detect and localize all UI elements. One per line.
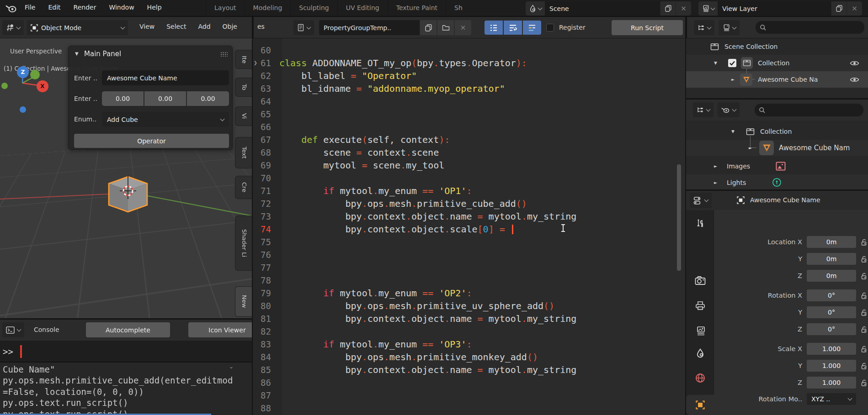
code-line-60[interactable]: 60 xyxy=(253,44,686,57)
code-line-74[interactable]: 74 bpy.context.object.scale[0] = xyxy=(253,223,686,236)
outliner-search-input[interactable] xyxy=(756,21,864,34)
3d-viewport[interactable]: User Perspective (1) Collection | Awesom… xyxy=(0,38,253,318)
view-layer-copy-button[interactable] xyxy=(831,1,847,16)
object-label[interactable]: Awesome Cube Nam xyxy=(779,144,850,152)
sidebar-tab-shader-li[interactable]: Shader Li xyxy=(235,215,253,271)
transform-value-field[interactable]: 1.000 xyxy=(807,360,856,372)
code-line-69[interactable]: 69 mytool = scene.my_tool xyxy=(253,159,686,172)
text-editor-type-button[interactable] xyxy=(293,20,314,35)
menu-window[interactable]: Window xyxy=(102,0,140,15)
lights-label[interactable]: Lights xyxy=(727,179,746,186)
outliner2-search-input[interactable] xyxy=(755,104,863,116)
lock-open-icon[interactable] xyxy=(860,292,868,299)
panel-drag-grip[interactable] xyxy=(220,52,228,57)
outliner2-display-mode-button[interactable] xyxy=(693,102,714,117)
row-scene-collection[interactable]: Scene Collection xyxy=(686,38,868,55)
code-line-84[interactable]: 84 bpy.ops.mesh.primitive_monkey_add() xyxy=(253,351,686,363)
mode-selector[interactable]: Object Mode xyxy=(27,20,128,35)
operator-button[interactable]: Operator xyxy=(74,134,229,148)
outliner-display-mode-button[interactable] xyxy=(694,20,714,35)
tab-world[interactable] xyxy=(686,368,714,388)
toggle-syntax-highlight-button[interactable] xyxy=(523,21,541,35)
lock-open-icon[interactable] xyxy=(860,309,868,316)
code-line-82[interactable]: 82 xyxy=(253,325,686,338)
sidebar-tab-text[interactable]: Text xyxy=(235,137,253,168)
images-label[interactable]: Images xyxy=(727,163,750,170)
tab-render[interactable] xyxy=(686,270,714,290)
area-divider[interactable] xyxy=(685,17,686,415)
toggle-line-numbers-button[interactable] xyxy=(485,21,503,35)
object-label[interactable]: Awesome Cube Na xyxy=(758,76,818,83)
code-line-64[interactable]: 64 xyxy=(253,95,686,108)
lock-open-icon[interactable] xyxy=(860,345,868,353)
workspace-tab-uv-editing[interactable]: UV Editing xyxy=(337,0,388,16)
expand-arrow-icon[interactable]: ► xyxy=(714,180,717,185)
code-line-70[interactable]: 70 xyxy=(253,172,686,184)
sidebar-tab-ite[interactable]: Ite xyxy=(235,50,253,69)
transform-value-field[interactable]: 0° xyxy=(807,323,856,335)
string-prop-field[interactable]: Awesome Cube Name xyxy=(102,70,229,85)
viewport-menu-view[interactable]: View xyxy=(133,17,160,36)
text-editor[interactable]: 60❯61class ADDONNAME_OT_my_op(bpy.types.… xyxy=(253,38,686,415)
properties-editor-type-button[interactable] xyxy=(690,193,712,208)
vector-z-field[interactable]: 0.00 xyxy=(187,91,229,106)
blend-data-icon-button[interactable] xyxy=(718,102,740,117)
lock-open-icon[interactable] xyxy=(860,272,868,280)
transform-value-field[interactable]: 1.000 xyxy=(807,377,856,389)
transform-value-field[interactable]: 0m xyxy=(807,253,856,265)
scene-unlink-button[interactable]: ✕ xyxy=(676,1,691,16)
register-checkbox[interactable] xyxy=(546,24,554,32)
tab-output[interactable] xyxy=(686,295,714,315)
eye-icon[interactable] xyxy=(850,76,859,83)
blender-logo-icon[interactable] xyxy=(5,4,17,13)
collection-checkbox[interactable] xyxy=(728,59,736,67)
view-layer-unlink-button[interactable]: ✕ xyxy=(847,1,862,16)
transform-value-field[interactable]: 1.000 xyxy=(807,343,856,355)
lock-open-icon[interactable] xyxy=(860,255,868,263)
expand-arrow-icon[interactable]: ► xyxy=(731,77,735,82)
code-line-72[interactable]: 72 bpy.ops.mesh.primitive_cube_add() xyxy=(253,197,686,210)
code-line-62[interactable]: 62 bl_label = "Operator" xyxy=(253,69,686,82)
tab-tool[interactable] xyxy=(686,214,714,234)
text-datablock-name[interactable]: PropertyGroupTemp.. xyxy=(319,20,420,35)
expand-arrow-icon[interactable]: ▼ xyxy=(731,129,735,134)
scene-copy-button[interactable] xyxy=(660,1,676,16)
gizmo-z-axis[interactable]: Z xyxy=(17,66,29,78)
code-line-61[interactable]: ❯61class ADDONNAME_OT_my_op(bpy.types.Op… xyxy=(253,57,686,69)
lock-open-icon[interactable] xyxy=(860,326,868,333)
scene-icon[interactable] xyxy=(526,1,545,16)
unlink-text-button[interactable]: ✕ xyxy=(455,20,471,35)
workspace-tab-sh[interactable]: Sh xyxy=(446,0,471,16)
vector-x-field[interactable]: 0.00 xyxy=(102,91,144,106)
sidebar-tab-cre[interactable]: Cre xyxy=(235,176,253,199)
row-collection-data[interactable]: ▼ Collection xyxy=(686,123,868,140)
fold-marker-icon[interactable]: ❯ xyxy=(254,57,257,69)
tab-view-layer[interactable] xyxy=(686,320,714,341)
code-line-85[interactable]: 85 bpy.context.object.name = mytool.my_s… xyxy=(253,363,686,376)
code-line-63[interactable]: 63 bl_idname = "addonname.myop_operator" xyxy=(253,82,686,95)
code-line-87[interactable]: 87 xyxy=(253,389,686,402)
gizmo-z-negative[interactable] xyxy=(20,106,26,113)
lock-open-icon[interactable] xyxy=(860,379,868,387)
row-images[interactable]: ► Images xyxy=(686,158,868,174)
code-line-76[interactable]: 76 xyxy=(253,248,686,261)
panel-collapse-arrow[interactable]: ▼ xyxy=(75,51,79,56)
menu-file[interactable]: File xyxy=(18,0,42,15)
row-awesome-cube-data[interactable]: ► Awesome Cube Nam xyxy=(686,140,868,156)
gizmo-y-axis[interactable] xyxy=(30,70,40,79)
outliner-blend-file[interactable]: ▼ Collection ► Awesome Cube Nam ► Images… xyxy=(686,100,868,189)
code-line-77[interactable]: 77 xyxy=(253,261,686,274)
text-editor-scrollbar[interactable] xyxy=(677,164,681,271)
viewport-menu-obje[interactable]: Obje xyxy=(217,17,243,36)
code-line-71[interactable]: 71 if mytool.my_enum == 'OP1': xyxy=(253,184,686,197)
console-prompt[interactable]: >> xyxy=(3,346,13,357)
workspace-tab-sculpting[interactable]: Sculpting xyxy=(290,0,337,16)
code-line-88[interactable]: 88 xyxy=(253,402,686,415)
sidebar-tab-new[interactable]: New xyxy=(235,286,253,317)
viewport-menu-add[interactable]: Add xyxy=(192,17,216,36)
code-line-73[interactable]: 73 bpy.context.object.name = mytool.my_s… xyxy=(253,210,686,223)
expand-arrow-icon[interactable]: ► xyxy=(749,146,752,150)
workspace-tab-texture-paint[interactable]: Texture Paint xyxy=(388,0,446,16)
collection-label[interactable]: Collection xyxy=(758,59,789,67)
sidebar-tab-vi[interactable]: Vi xyxy=(235,106,253,126)
